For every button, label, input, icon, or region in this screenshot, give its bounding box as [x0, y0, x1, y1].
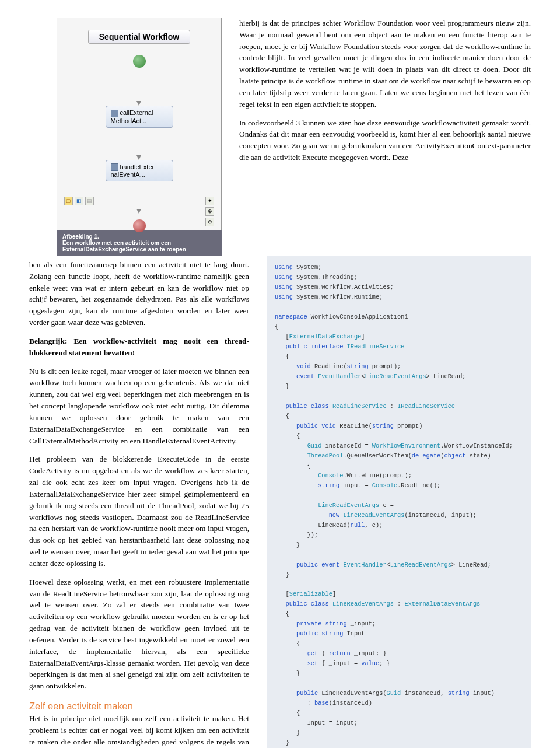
two-column-row: ben als een functieaanroep binnen een ac… — [29, 256, 531, 748]
emphasis-paragraph: Belangrijk: Een workflow-activiteit mag … — [29, 335, 249, 359]
activity-handleexter: handleExter nalEventA... — [106, 160, 173, 182]
paragraph: Het is in principe niet moeilijk om zelf… — [29, 713, 249, 748]
diagram-column: Sequential Workflow callExternal MethodA… — [29, 18, 222, 256]
diagram-toolbar: ▢ ◧ ▤ ✦ ⊕ ⊖ — [64, 197, 214, 226]
activity-callexternal: callExternal MethodAct... — [106, 106, 173, 128]
paragraph: Hoewel deze oplossing werkt, en met een … — [29, 576, 249, 692]
paragraph: In codevoorbeeld 3 kunnen we zien hoe de… — [239, 117, 531, 163]
tool-icon[interactable]: ▤ — [85, 197, 94, 205]
code-column: using System; using System.Threading; us… — [267, 256, 531, 748]
arrow-icon — [139, 131, 139, 157]
workflow-diagram: Sequential Workflow callExternal MethodA… — [57, 18, 222, 230]
paragraph: Het probleem van de blokkerende ExecuteC… — [29, 453, 249, 569]
tool-icon[interactable]: ▢ — [64, 197, 73, 205]
tool-icon[interactable]: ◧ — [75, 197, 83, 205]
top-row: Sequential Workflow callExternal MethodA… — [29, 18, 531, 256]
right-text-col: hierbij is dat de principes achter Workf… — [239, 18, 531, 256]
paragraph: Nu is dit een leuke regel, maar vroeger … — [29, 366, 249, 447]
code-listing: using System; using System.Threading; us… — [267, 256, 531, 748]
activity-icon — [111, 110, 118, 117]
tool-icon[interactable]: ⊖ — [205, 218, 214, 226]
page: Sequential Workflow callExternal MethodA… — [0, 0, 560, 748]
left-text-col: ben als een functieaanroep binnen een ac… — [29, 256, 249, 748]
paragraph: ben als een functieaanroep binnen een ac… — [29, 259, 249, 328]
tool-icons-right: ✦ ⊕ ⊖ — [205, 197, 214, 226]
paragraph: hierbij is dat de principes achter Workf… — [239, 18, 531, 110]
activity-icon — [111, 163, 118, 171]
tool-icon[interactable]: ⊕ — [205, 207, 214, 216]
diagram-title: Sequential Workflow — [88, 30, 190, 44]
arrow-icon — [139, 76, 139, 103]
tool-icon[interactable]: ✦ — [205, 197, 214, 205]
section-heading: Zelf een activiteit maken — [29, 699, 249, 713]
start-icon — [133, 55, 146, 68]
tool-icons-left: ▢ ◧ ▤ — [64, 197, 94, 226]
